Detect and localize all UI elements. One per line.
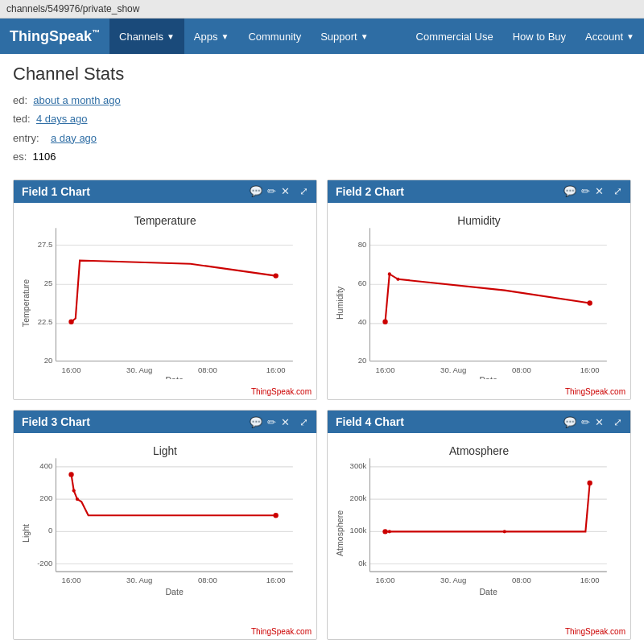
nav-community-label: Community [248, 31, 301, 43]
field4-chart-header: Field 4 Chart 💬 ✏ ✕ ⤢ [328, 411, 630, 433]
svg-text:30. Aug: 30. Aug [126, 365, 152, 374]
field3-chart-card: Field 3 Chart 💬 ✏ ✕ ⤢ Light Light 400 20… [13, 410, 317, 639]
field3-chart-body: Light Light 400 200 0 -200 16:00 30. Aug… [14, 433, 316, 625]
field4-comment-icon[interactable]: 💬 [564, 416, 576, 428]
field3-close-icon[interactable]: ✕ [281, 416, 290, 428]
svg-text:0: 0 [48, 526, 52, 535]
field1-chart-header: Field 1 Chart 💬 ✏ ✕ ⤢ [14, 180, 316, 203]
field2-edit-icon[interactable]: ✏ [581, 185, 590, 197]
browser-bar: channels/549976/private_show [0, 0, 644, 19]
svg-text:100k: 100k [350, 526, 367, 535]
nav-channels-caret: ▼ [167, 32, 175, 41]
svg-text:0k: 0k [358, 559, 366, 568]
svg-point-18 [273, 273, 278, 278]
field4-credit: ThingSpeak.com [328, 625, 630, 639]
created-value[interactable]: about a month ago [33, 94, 120, 106]
field2-expand-icon[interactable]: ⤢ [613, 185, 622, 197]
svg-point-17 [68, 319, 73, 324]
nav-apps-label: Apps [194, 31, 218, 43]
svg-point-79 [388, 530, 391, 534]
svg-text:22.5: 22.5 [38, 316, 53, 325]
svg-text:20: 20 [44, 355, 53, 364]
svg-point-39 [587, 300, 592, 305]
field4-expand-icon[interactable]: ⤢ [613, 416, 622, 428]
field3-expand-icon[interactable]: ⤢ [299, 416, 308, 428]
navbar: ThingSpeak™ Channels ▼ Apps ▼ Community … [0, 19, 644, 54]
svg-text:08:00: 08:00 [198, 365, 217, 374]
svg-point-59 [76, 497, 79, 501]
svg-text:16:00: 16:00 [62, 576, 81, 584]
field1-edit-icon[interactable]: ✏ [267, 185, 276, 197]
svg-text:30. Aug: 30. Aug [440, 365, 466, 374]
nav-channels[interactable]: Channels ▼ [109, 19, 184, 54]
svg-text:Humidity: Humidity [335, 286, 345, 320]
field2-close-icon[interactable]: ✕ [595, 185, 604, 197]
svg-point-37 [388, 272, 391, 275]
field1-credit: ThingSpeak.com [14, 386, 316, 399]
field4-close-icon[interactable]: ✕ [595, 416, 604, 428]
nav-commercial-label: Commercial Use [416, 31, 493, 43]
navbar-right: Commercial Use How to Buy Account ▼ [407, 19, 644, 54]
svg-point-38 [396, 277, 399, 280]
svg-text:200k: 200k [350, 494, 367, 503]
updated-label: ted: [13, 113, 31, 125]
nav-commercial[interactable]: Commercial Use [407, 19, 503, 54]
svg-text:Temperature: Temperature [21, 279, 31, 326]
svg-text:-200: -200 [37, 559, 52, 568]
field2-svg: Humidity Humidity 80 60 40 20 16:00 30. … [334, 209, 624, 380]
svg-text:80: 80 [358, 239, 367, 248]
svg-text:Atmosphere: Atmosphere [449, 445, 509, 457]
nav-channels-label: Channels [119, 31, 163, 43]
field1-close-icon[interactable]: ✕ [281, 185, 290, 197]
stats-last-entry: entry: a day ago [13, 129, 631, 147]
field2-chart-card: Field 2 Chart 💬 ✏ ✕ ⤢ Humidity Humidity … [327, 180, 631, 401]
field3-comment-icon[interactable]: 💬 [250, 416, 262, 428]
charts-grid: Field 1 Chart 💬 ✏ ✕ ⤢ Temperature Temper… [13, 180, 631, 640]
svg-text:30. Aug: 30. Aug [126, 576, 152, 584]
page-title: Channel Stats [13, 64, 631, 85]
page-content: Channel Stats ed: about a month ago ted:… [0, 54, 644, 644]
svg-text:16:00: 16:00 [376, 365, 395, 374]
svg-text:08:00: 08:00 [512, 365, 531, 374]
field4-chart-card: Field 4 Chart 💬 ✏ ✕ ⤢ Atmosphere Atmosph… [327, 410, 631, 639]
svg-text:Humidity: Humidity [457, 215, 501, 227]
field3-credit: ThingSpeak.com [14, 625, 316, 639]
last-entry-value[interactable]: a day ago [51, 132, 97, 144]
nav-how-to-buy-label: How to Buy [513, 31, 566, 43]
svg-text:Date: Date [479, 375, 497, 380]
field1-comment-icon[interactable]: 💬 [250, 185, 262, 197]
channel-stats: ed: about a month ago ted: 4 days ago en… [13, 91, 631, 167]
entries-value: 1106 [33, 151, 56, 163]
field4-chart-body: Atmosphere Atmosphere 300k 200k 100k 0k … [328, 433, 630, 625]
svg-text:08:00: 08:00 [198, 576, 217, 584]
svg-text:40: 40 [358, 316, 367, 325]
field4-chart-icons: 💬 ✏ ✕ ⤢ [564, 416, 622, 428]
field1-expand-icon[interactable]: ⤢ [299, 185, 308, 197]
svg-text:Temperature: Temperature [134, 215, 196, 227]
field1-chart-icons: 💬 ✏ ✕ ⤢ [250, 185, 308, 197]
nav-account[interactable]: Account ▼ [576, 19, 644, 54]
field2-comment-icon[interactable]: 💬 [564, 185, 576, 197]
navbar-brand[interactable]: ThingSpeak™ [0, 19, 109, 54]
field3-edit-icon[interactable]: ✏ [267, 416, 276, 428]
svg-text:Light: Light [21, 524, 31, 543]
svg-text:25: 25 [44, 279, 53, 287]
nav-apps-caret: ▼ [221, 32, 229, 41]
updated-value[interactable]: 4 days ago [36, 113, 88, 125]
field1-chart-card: Field 1 Chart 💬 ✏ ✕ ⤢ Temperature Temper… [13, 180, 317, 401]
field1-chart-title: Field 1 Chart [22, 185, 90, 198]
field4-svg: Atmosphere Atmosphere 300k 200k 100k 0k … [334, 440, 624, 618]
nav-support[interactable]: Support ▼ [311, 19, 378, 54]
svg-text:Date: Date [165, 587, 183, 597]
field1-chart-body: Temperature Temperature 27.5 25 22.5 20 [14, 203, 316, 386]
svg-text:30. Aug: 30. Aug [440, 576, 466, 584]
nav-apps[interactable]: Apps ▼ [184, 19, 239, 54]
nav-how-to-buy[interactable]: How to Buy [503, 19, 576, 54]
svg-text:300k: 300k [350, 461, 367, 470]
nav-support-caret: ▼ [361, 32, 369, 41]
field4-chart-title: Field 4 Chart [336, 415, 404, 428]
field4-edit-icon[interactable]: ✏ [581, 416, 590, 428]
field2-chart-title: Field 2 Chart [336, 185, 404, 198]
field2-chart-body: Humidity Humidity 80 60 40 20 16:00 30. … [328, 203, 630, 386]
nav-community[interactable]: Community [238, 19, 311, 54]
